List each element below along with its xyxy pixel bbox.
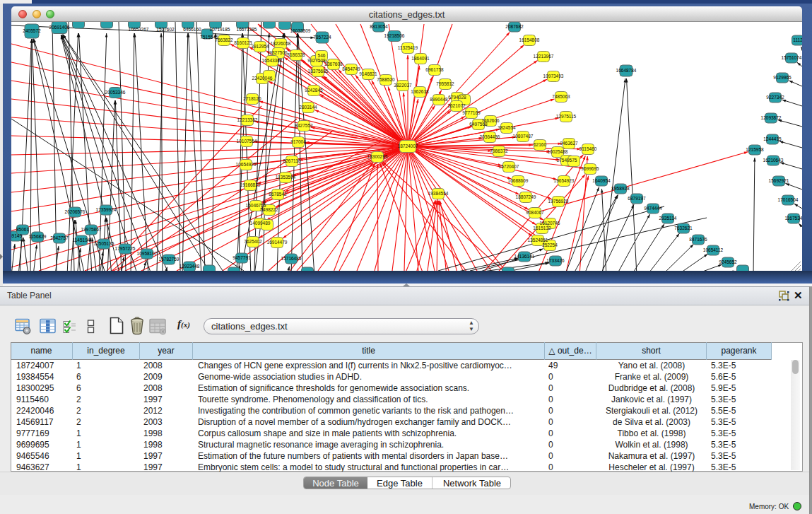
- svg-text:2087682: 2087682: [505, 24, 524, 29]
- svg-text:1527602: 1527602: [156, 27, 175, 32]
- svg-text:9327506: 9327506: [269, 50, 288, 55]
- svg-text:8160123: 8160123: [234, 40, 252, 45]
- svg-text:12975115: 12975115: [556, 114, 577, 119]
- svg-text:9474444: 9474444: [644, 206, 662, 211]
- svg-text:18807249: 18807249: [516, 194, 536, 199]
- svg-text:10973493: 10973493: [543, 74, 564, 78]
- svg-text:8186328: 8186328: [287, 52, 305, 57]
- svg-text:917004: 917004: [290, 139, 306, 144]
- svg-text:17359924: 17359924: [96, 207, 117, 212]
- svg-text:16671385: 16671385: [237, 27, 257, 32]
- svg-text:9227342: 9227342: [766, 95, 784, 100]
- svg-text:14136141: 14136141: [514, 254, 535, 259]
- svg-text:9463627: 9463627: [560, 141, 578, 146]
- svg-text:9242845: 9242845: [305, 88, 323, 93]
- svg-text:1244415: 1244415: [763, 136, 782, 141]
- svg-text:1167534: 1167534: [785, 216, 802, 221]
- svg-text:7663822: 7663822: [215, 37, 233, 42]
- svg-text:7625402: 7625402: [244, 239, 262, 244]
- svg-text:14099489: 14099489: [250, 221, 271, 226]
- svg-text:9245652: 9245652: [719, 259, 737, 264]
- svg-text:16120746: 16120746: [540, 221, 560, 226]
- svg-text:10025488: 10025488: [548, 149, 568, 154]
- svg-text:19166829: 19166829: [240, 182, 261, 187]
- svg-text:6497568: 6497568: [469, 122, 488, 127]
- svg-text:3822037: 3822037: [394, 83, 412, 88]
- svg-text:12505135: 12505135: [94, 241, 114, 246]
- svg-text:15751074: 15751074: [782, 55, 802, 60]
- svg-text:2935114: 2935114: [659, 216, 677, 221]
- svg-text:1864091: 1864091: [411, 56, 430, 61]
- svg-text:7986372: 7986372: [490, 148, 508, 153]
- svg-text:7485063: 7485063: [552, 94, 570, 99]
- svg-text:19384554: 19384554: [428, 191, 449, 196]
- svg-text:18300295: 18300295: [367, 154, 388, 159]
- svg-text:20206576: 20206576: [65, 209, 86, 214]
- svg-text:7955812: 7955812: [436, 81, 454, 86]
- svg-text:9457791: 9457791: [233, 255, 251, 260]
- svg-text:6961758: 6961758: [425, 67, 444, 72]
- svg-text:18724007: 18724007: [398, 144, 418, 148]
- svg-text:9084067: 9084067: [526, 210, 544, 215]
- svg-text:7588520: 7588520: [377, 77, 395, 82]
- svg-text:8813054: 8813054: [370, 24, 388, 29]
- svg-text:22420046: 22420046: [252, 76, 273, 81]
- svg-text:7632621: 7632621: [674, 226, 693, 230]
- svg-text:8454749: 8454749: [342, 66, 360, 71]
- svg-text:16154808: 16154808: [519, 37, 540, 42]
- svg-text:15716485: 15716485: [281, 256, 302, 261]
- svg-text:19975867: 19975867: [81, 227, 102, 232]
- svg-text:19218506: 19218506: [384, 33, 405, 38]
- svg-text:9777169: 9777169: [462, 110, 481, 115]
- svg-text:6879197: 6879197: [628, 196, 646, 201]
- svg-text:5498222: 5498222: [260, 207, 278, 212]
- svg-text:10653267: 10653267: [129, 27, 149, 32]
- svg-text:12923448: 12923448: [180, 264, 200, 269]
- svg-text:18226058: 18226058: [271, 41, 291, 46]
- svg-text:9699695: 9699695: [581, 166, 599, 171]
- svg-text:11325419: 11325419: [398, 45, 418, 50]
- svg-text:18375685: 18375685: [308, 69, 329, 74]
- svg-text:8267110: 8267110: [283, 158, 301, 163]
- svg-text:16033809: 16033809: [290, 28, 311, 33]
- svg-text:10807487: 10807487: [513, 134, 534, 139]
- svg-text:3912954: 3912954: [251, 44, 269, 49]
- svg-text:1733426: 1733426: [546, 258, 565, 263]
- svg-text:15692921: 15692921: [769, 178, 789, 183]
- svg-text:10107554: 10107554: [237, 139, 257, 144]
- svg-text:2367608: 2367608: [324, 62, 343, 66]
- svg-text:12093872: 12093872: [761, 115, 782, 120]
- svg-text:16210643: 16210643: [763, 158, 784, 163]
- svg-text:1145194: 1145194: [73, 238, 90, 243]
- svg-text:1215958: 1215958: [746, 147, 764, 152]
- svg-text:20691406: 20691406: [49, 25, 70, 30]
- svg-text:10688609: 10688609: [508, 178, 529, 183]
- svg-text:16914479: 16914479: [267, 240, 288, 245]
- svg-text:8990448: 8990448: [430, 97, 448, 102]
- svg-text:9129965: 9129965: [773, 75, 792, 80]
- svg-text:1362618: 1362618: [411, 89, 429, 94]
- svg-text:8958928: 8958928: [611, 186, 630, 191]
- svg-text:10654112: 10654112: [703, 247, 724, 252]
- svg-text:546: 546: [318, 53, 326, 58]
- svg-text:13524851: 13524851: [528, 238, 548, 243]
- svg-text:10958107: 10958107: [137, 251, 158, 256]
- svg-text:62160: 62160: [534, 142, 546, 147]
- svg-text:9115460: 9115460: [579, 146, 597, 151]
- svg-text:6466160: 6466160: [183, 27, 201, 32]
- svg-text:19654923: 19654923: [554, 178, 575, 183]
- svg-text:17549575: 17549575: [557, 158, 577, 163]
- svg-text:8427552: 8427552: [295, 123, 313, 128]
- svg-text:1615132: 1615132: [533, 226, 551, 230]
- svg-text:7857224: 7857224: [313, 35, 331, 40]
- svg-text:8678542: 8678542: [269, 192, 287, 197]
- svg-text:10654925: 10654925: [236, 162, 257, 167]
- svg-text:12213382: 12213382: [237, 117, 258, 122]
- svg-text:1621072: 1621072: [447, 103, 466, 108]
- svg-text:85061: 85061: [16, 227, 29, 232]
- svg-text:20053346: 20053346: [105, 90, 126, 95]
- svg-text:2942757: 2942757: [50, 235, 69, 240]
- svg-text:19756928: 19756928: [548, 199, 569, 204]
- svg-text:17957225: 17957225: [115, 246, 136, 251]
- svg-text:15720407: 15720407: [499, 164, 519, 169]
